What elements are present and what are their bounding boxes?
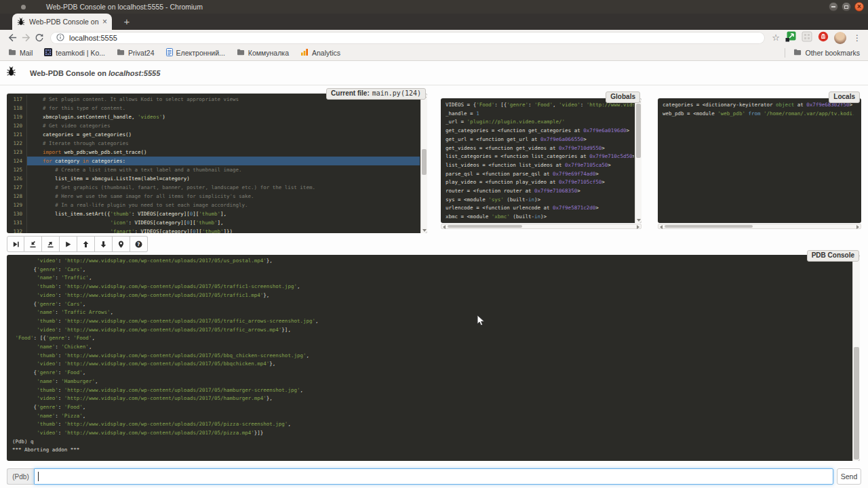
other-bookmarks[interactable]: Other bookmarks <box>793 49 860 57</box>
bookmark-item[interactable]: Analytics <box>300 48 340 58</box>
where-button[interactable] <box>113 236 130 252</box>
bookmark-label: teamkodi | Ko... <box>56 49 105 57</box>
arrow-down-icon <box>100 241 107 248</box>
page-title: Web-PDB Console on localhost:5555 <box>30 69 160 77</box>
close-button[interactable]: × <box>854 2 864 12</box>
tab-strip: Web-PDB Console on loca × + <box>0 14 868 30</box>
scrollbar-thumb[interactable] <box>665 225 753 228</box>
play-icon <box>64 241 72 248</box>
console-line: 'name': 'Hamburger', <box>12 378 851 386</box>
code-line: 118 # for this type of content. <box>7 104 420 113</box>
code-line: 119 xbmcplugin.setContent(_handle, 'vide… <box>7 113 420 121</box>
variable-line: parse_qsl = <function parse_qsl at 0x7f9… <box>446 170 634 179</box>
locals-panel: Locals categories = <dictionary-keyitera… <box>658 98 861 223</box>
variable-line: list_categories = <function list_categor… <box>446 152 634 161</box>
globals-scrollbar[interactable] <box>635 98 642 223</box>
scrollbar-thumb[interactable] <box>448 225 522 228</box>
variable-line: _handle = 1 <box>446 110 634 119</box>
other-bookmarks-label: Other bookmarks <box>805 49 860 57</box>
locals-tab: Locals <box>829 92 860 103</box>
down-button[interactable] <box>95 236 113 252</box>
code-line: 120 # Get video categories <box>7 121 420 130</box>
console-line: 'video': 'http://www.vidsplay.com/wp-con… <box>12 360 851 369</box>
scrollbar-thumb[interactable] <box>636 104 641 158</box>
code-scrollbar[interactable] <box>420 94 427 233</box>
folder-icon <box>237 49 245 57</box>
console-scrollbar[interactable] <box>852 255 860 461</box>
globals-panel: Globals VIDEOS = {'Food': [{'genre': 'Fo… <box>441 98 642 223</box>
scrollbar-thumb[interactable] <box>854 347 859 460</box>
locals-hscrollbar[interactable] <box>658 224 861 229</box>
scrollbar-thumb[interactable] <box>422 149 427 175</box>
next-button[interactable] <box>7 236 24 252</box>
bookmark-item[interactable]: teamkodi | Ko... <box>44 48 105 58</box>
reload-icon[interactable] <box>33 31 46 45</box>
continue-button[interactable] <box>60 236 77 252</box>
bookmark-item[interactable]: Privat24 <box>117 49 155 57</box>
debug-toolbar: ? <box>7 236 148 252</box>
text-caret <box>38 472 39 481</box>
console-line: {'genre': 'Food', <box>12 369 851 378</box>
up-button[interactable] <box>77 236 95 252</box>
new-tab-button[interactable]: + <box>118 16 136 28</box>
extension-icon-green[interactable] <box>785 31 796 45</box>
variable-line: get_categories = <function get_categorie… <box>446 127 634 136</box>
tab-close-icon[interactable]: × <box>102 18 107 26</box>
omnibox[interactable]: localhost:5555 <box>50 32 765 44</box>
code-line: 128 # Here we use the same image for all… <box>7 192 420 201</box>
bookmark-label: Mail <box>20 49 33 57</box>
code-line: 127 # Set graphics (thumbnail, fanart, b… <box>7 183 420 192</box>
variable-line: get_url = <function get_url at 0x7f9e6a0… <box>446 136 634 144</box>
step-button[interactable] <box>24 236 42 252</box>
variable-line: web_pdb = <module 'web_pdb' from '/home/… <box>663 110 854 119</box>
line-number: 128 <box>7 192 27 201</box>
variable-line: router = <function router at 0x7f9e71068… <box>446 187 634 196</box>
variable-line: urlencode = <function urlencode at 0x7f9… <box>446 204 634 213</box>
minimize-button[interactable] <box>829 2 838 12</box>
line-number: 117 <box>7 95 27 104</box>
console-line: 'thumb': 'http://www.vidsplay.com/wp-con… <box>12 352 851 361</box>
globals-tab: Globals <box>606 92 640 103</box>
globals-hscrollbar[interactable] <box>441 224 642 229</box>
bookmark-item[interactable]: Mail <box>8 49 33 57</box>
console-line: {'genre': 'Food', <box>12 403 851 412</box>
folder-icon <box>117 49 125 57</box>
line-number: 129 <box>7 201 27 209</box>
console-line: 'thumb': 'http://www.vidsplay.com/wp-con… <box>12 283 851 291</box>
bookmark-label: Privat24 <box>128 49 155 57</box>
line-number: 127 <box>7 183 27 192</box>
folder-icon <box>8 49 16 57</box>
back-icon[interactable] <box>5 31 19 45</box>
line-number: 125 <box>7 165 27 174</box>
code-line: 130 list_item.setArt({'thumb': VIDEOS[ca… <box>7 209 420 218</box>
console-line: {'genre': 'Cars', <box>12 300 851 309</box>
help-icon: ? <box>135 241 142 248</box>
help-button[interactable]: ? <box>130 236 148 252</box>
folder-icon <box>793 49 802 57</box>
bookmarks-divider <box>785 48 785 58</box>
step-out-icon <box>47 241 54 248</box>
browser-tab[interactable]: Web-PDB Console on loca × <box>12 14 112 30</box>
pdb-command-input[interactable] <box>34 468 833 485</box>
maximize-button[interactable] <box>842 2 851 12</box>
bookmarks-bar: Mailteamkodi | Ko...Privat24Електронний.… <box>0 45 868 61</box>
bookmark-item[interactable]: Електронний... <box>166 48 225 58</box>
forward-icon[interactable] <box>19 31 33 45</box>
bookmark-item[interactable]: Коммуналка <box>237 49 289 57</box>
bookmark-star-icon[interactable]: ☆ <box>772 33 780 42</box>
extension-icon-gray[interactable] <box>802 31 812 45</box>
kebab-menu-icon[interactable]: ⋮ <box>852 34 863 42</box>
navigation-toolbar: localhost:5555 ☆ ⋮ <box>0 30 868 45</box>
skip-next-icon <box>12 241 20 248</box>
line-number: 120 <box>7 121 27 130</box>
console-line: 'Food': [{'genre': 'Food', <box>12 334 851 343</box>
console-line: 'thumb': 'http://www.vidsplay.com/wp-con… <box>12 386 851 395</box>
avatar[interactable] <box>834 32 846 44</box>
code-line: 124 for category in categories: <box>7 157 420 165</box>
page-header: Web-PDB Console on localhost:5555 <box>0 61 868 85</box>
return-button[interactable] <box>42 236 60 252</box>
code-line: 131 'icon': VIDEOS[category][0]['thumb']… <box>7 218 420 227</box>
info-icon[interactable] <box>56 32 64 44</box>
send-button[interactable]: Send <box>837 468 861 485</box>
extension-icon-red[interactable] <box>818 31 829 45</box>
